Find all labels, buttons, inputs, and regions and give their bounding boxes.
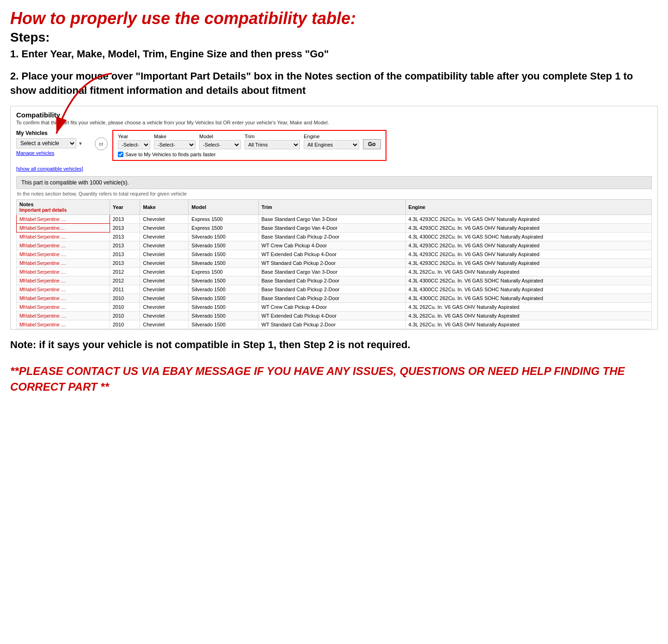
data-cell: 2013 bbox=[110, 233, 140, 241]
data-cell: Chevrolet bbox=[140, 259, 189, 268]
year-field: Year -Select- bbox=[118, 134, 150, 149]
table-row: Mfrlabel:Serpentine ....2013ChevroletSil… bbox=[17, 241, 652, 250]
notes-cell: Mfrlabel:Serpentine .... bbox=[17, 233, 110, 241]
notes-cell: Mfrlabel:Serpentine .... bbox=[17, 276, 110, 285]
step2-text: 2. Place your mouse over "Important Part… bbox=[10, 69, 658, 98]
notes-cell: Mfrlabel:Serpentine.... bbox=[17, 224, 110, 233]
notes-cell: Mfrlabel:Serpentine .... bbox=[17, 250, 110, 259]
year-select[interactable]: -Select- bbox=[118, 140, 150, 149]
data-cell: Silverado 1500 bbox=[189, 320, 258, 329]
data-cell: Express 1500 bbox=[189, 215, 258, 224]
data-cell: 4.3L 262Cu. In. V6 GAS OHV Naturally Asp… bbox=[405, 312, 651, 320]
data-cell: Chevrolet bbox=[140, 276, 189, 285]
table-row: Mfrlabel:Serpentine ....2013ChevroletSil… bbox=[17, 250, 652, 259]
data-cell: Chevrolet bbox=[140, 294, 189, 303]
data-cell: 4.3L 4293CC 262Cu. In. V6 GAS OHV Natura… bbox=[405, 224, 651, 233]
make-col-header: Make bbox=[140, 200, 189, 215]
data-cell: Chevrolet bbox=[140, 285, 189, 294]
table-row: Mfrlabel:Serpentine ....2013ChevroletExp… bbox=[17, 215, 652, 224]
table-row: Mfrlabel:Serpentine ....2012ChevroletExp… bbox=[17, 268, 652, 276]
data-cell: WT Standard Cab Pickup 2-Door bbox=[258, 320, 405, 329]
data-cell: Silverado 1500 bbox=[189, 276, 258, 285]
go-button[interactable]: Go bbox=[363, 139, 381, 149]
manage-vehicles-link[interactable]: Manage vehicles bbox=[16, 150, 90, 156]
engine-select[interactable]: All Engines bbox=[304, 140, 359, 149]
data-cell: Base Standard Cab Pickup 2-Door bbox=[258, 276, 405, 285]
table-row: Mfrlabel:Serpentine ....2011ChevroletSil… bbox=[17, 285, 652, 294]
data-cell: Silverado 1500 bbox=[189, 250, 258, 259]
model-field: Model -Select- bbox=[199, 134, 241, 149]
data-cell: Silverado 1500 bbox=[189, 303, 258, 312]
data-cell: 4.3L 4293CC 262Cu. In. V6 GAS OHV Natura… bbox=[405, 250, 651, 259]
data-cell: 2011 bbox=[110, 285, 140, 294]
select-vehicle-dropdown[interactable]: Select a vehicle bbox=[16, 138, 76, 148]
data-cell: 2013 bbox=[110, 215, 140, 224]
save-checkbox[interactable] bbox=[118, 152, 123, 157]
notes-cell: Mfrlabel:Serpentine .... bbox=[17, 294, 110, 303]
data-cell: 4.3L 4293CC 262Cu. In. V6 GAS OHV Natura… bbox=[405, 241, 651, 250]
make-label: Make bbox=[154, 134, 196, 139]
or-label: or bbox=[95, 137, 108, 150]
data-cell: WT Crew Cab Pickup 4-Door bbox=[258, 241, 405, 250]
data-cell: Base Standard Cargo Van 4-Door bbox=[258, 224, 405, 233]
data-cell: Base Standard Cab Pickup 2-Door bbox=[258, 294, 405, 303]
data-cell: 2013 bbox=[110, 250, 140, 259]
compatibility-table: Notes Important part details Year Make M… bbox=[16, 199, 652, 329]
notes-col-header: Notes Important part details bbox=[17, 200, 110, 215]
compatibility-section: Compatibility To confirm that this part … bbox=[10, 106, 658, 330]
ymm-section: Year -Select- Make -Select- Model bbox=[112, 130, 386, 161]
data-cell: Chevrolet bbox=[140, 215, 189, 224]
notes-cell: Mfrlabel:Serpentine .... bbox=[17, 215, 110, 224]
data-cell: 4.3L 4300CC 262Cu. In. V6 GAS SOHC Natur… bbox=[405, 285, 651, 294]
important-part-details-label: Important part details bbox=[19, 208, 67, 213]
data-cell: Silverado 1500 bbox=[189, 312, 258, 320]
data-cell: 2012 bbox=[110, 268, 140, 276]
my-vehicles-section: My Vehicles Select a vehicle ▼ Manage ve… bbox=[16, 130, 90, 172]
data-cell: Chevrolet bbox=[140, 224, 189, 233]
data-cell: 4.3L 262Cu. In. V6 GAS OHV Naturally Asp… bbox=[405, 320, 651, 329]
table-row: Mfrlabel:Serpentine ....2010ChevroletSil… bbox=[17, 312, 652, 320]
data-cell: Express 1500 bbox=[189, 224, 258, 233]
notes-cell: Mfrlabel:Serpentine .... bbox=[17, 268, 110, 276]
table-row: Mfrlabel:Serpentine ....2013ChevroletSil… bbox=[17, 259, 652, 268]
data-cell: Chevrolet bbox=[140, 303, 189, 312]
data-cell: WT Extended Cab Pickup 4-Door bbox=[258, 312, 405, 320]
save-label: Save to My Vehicles to finds parts faste… bbox=[125, 152, 216, 157]
notes-cell: Mfrlabel:Serpentine .... bbox=[17, 259, 110, 268]
data-cell: 2013 bbox=[110, 259, 140, 268]
data-cell: 4.3L 4300CC 262Cu. In. V6 GAS SOHC Natur… bbox=[405, 294, 651, 303]
data-cell: 4.3L 4293CC 262Cu. In. V6 GAS OHV Natura… bbox=[405, 215, 651, 224]
data-cell: Silverado 1500 bbox=[189, 294, 258, 303]
data-cell: Base Standard Cab Pickup 2-Door bbox=[258, 233, 405, 241]
engine-label: Engine bbox=[304, 134, 359, 139]
data-cell: Chevrolet bbox=[140, 312, 189, 320]
table-row: Mfrlabel:Serpentine....2013ChevroletExpr… bbox=[17, 224, 652, 233]
dropdown-arrow-icon: ▼ bbox=[78, 141, 83, 146]
trim-col-header: Trim bbox=[258, 200, 405, 215]
show-all-link[interactable]: [show all compatible vehicles] bbox=[16, 166, 83, 172]
data-cell: 2010 bbox=[110, 294, 140, 303]
data-cell: 4.3L 262Cu. In. V6 GAS OHV Naturally Asp… bbox=[405, 303, 651, 312]
data-cell: Chevrolet bbox=[140, 250, 189, 259]
trim-select[interactable]: All Trims bbox=[245, 140, 300, 149]
compat-subtitle: To confirm that this part fits your vehi… bbox=[16, 120, 652, 125]
data-cell: Base Standard Cargo Van 3-Door bbox=[258, 268, 405, 276]
data-cell: Silverado 1500 bbox=[189, 241, 258, 250]
table-row: Mfrlabel:Serpentine ....2013ChevroletSil… bbox=[17, 233, 652, 241]
data-cell: 2010 bbox=[110, 312, 140, 320]
table-row: Mfrlabel:Serpentine ....2010ChevroletSil… bbox=[17, 294, 652, 303]
data-cell: Silverado 1500 bbox=[189, 233, 258, 241]
steps-heading: Steps: bbox=[10, 30, 658, 45]
model-col-header: Model bbox=[189, 200, 258, 215]
data-cell: 2012 bbox=[110, 276, 140, 285]
make-field: Make -Select- bbox=[154, 134, 196, 149]
data-cell: WT Standard Cab Pickup 2-Door bbox=[258, 259, 405, 268]
make-select[interactable]: -Select- bbox=[154, 140, 196, 149]
compat-count-bar: This part is compatible with 1000 vehicl… bbox=[16, 176, 652, 189]
note-text: Note: if it says your vehicle is not com… bbox=[10, 338, 658, 352]
data-cell: Express 1500 bbox=[189, 268, 258, 276]
notes-cell: Mfrlabel:Serpentine .... bbox=[17, 312, 110, 320]
model-select[interactable]: -Select- bbox=[199, 140, 241, 149]
data-cell: 4.3L 262Cu. In. V6 GAS OHV Naturally Asp… bbox=[405, 268, 651, 276]
data-cell: Chevrolet bbox=[140, 233, 189, 241]
